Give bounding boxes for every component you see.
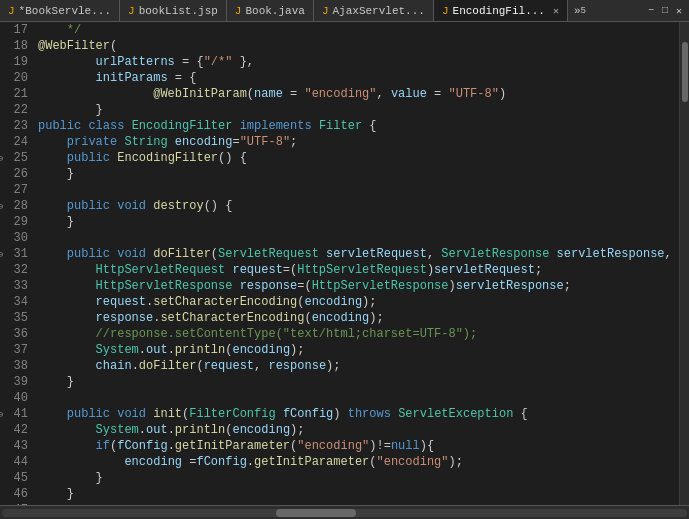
scrollbar-h-track[interactable] bbox=[2, 509, 687, 517]
minimize-icon[interactable]: − bbox=[645, 5, 657, 16]
line-26: } bbox=[38, 167, 74, 181]
tab-bookjava[interactable]: J Book.java bbox=[227, 0, 314, 22]
line-num-37: 37 bbox=[0, 342, 34, 358]
line-num-20: 20 bbox=[0, 70, 34, 86]
line-num-42: 42 bbox=[0, 422, 34, 438]
tab-label-bookjava: Book.java bbox=[245, 5, 304, 17]
tab-label-booklist: bookList.jsp bbox=[139, 5, 218, 17]
tab-label-ajaxservlet: AjaxServlet... bbox=[333, 5, 425, 17]
editor-area: 17 18 19 20 21 22 23 24 25⊖ 26 27 28⊖ 29… bbox=[0, 22, 689, 505]
scrollbar-v-track[interactable] bbox=[681, 22, 689, 505]
line-num-17: 17 bbox=[0, 22, 34, 38]
line-28: public void destroy() { bbox=[38, 199, 232, 213]
line-22: } bbox=[38, 103, 103, 117]
line-num-40: 40 bbox=[0, 390, 34, 406]
tab-encodingfilter[interactable]: J EncodingFil... ✕ bbox=[434, 0, 568, 22]
line-31: public void doFilter(ServletRequest serv… bbox=[38, 247, 679, 261]
line-32: HttpServletRequest request=(HttpServletR… bbox=[38, 263, 542, 277]
scrollbar-v-thumb[interactable] bbox=[682, 42, 688, 102]
tab-label-encodingfilter: EncodingFil... bbox=[453, 5, 545, 17]
line-29: } bbox=[38, 215, 74, 229]
tab-icon-bookjava: J bbox=[235, 5, 242, 17]
line-24: private String encoding="UTF-8"; bbox=[38, 135, 297, 149]
line-num-44: 44 bbox=[0, 454, 34, 470]
line-18: @WebFilter( bbox=[38, 39, 117, 53]
line-19: urlPatterns = {"/*" }, bbox=[38, 55, 254, 69]
tab-overflow[interactable]: »5 bbox=[568, 0, 592, 21]
line-37: System.out.println(encoding); bbox=[38, 343, 304, 357]
line-25: public EncodingFilter() { bbox=[38, 151, 247, 165]
line-num-24: 24 bbox=[0, 134, 34, 150]
tab-icon-bookservlet: J bbox=[8, 5, 15, 17]
line-num-27: 27 bbox=[0, 182, 34, 198]
horizontal-scrollbar[interactable] bbox=[0, 505, 689, 519]
line-num-36: 36 bbox=[0, 326, 34, 342]
line-46: } bbox=[38, 487, 74, 501]
tab-icon-booklist: J bbox=[128, 5, 135, 17]
line-num-43: 43 bbox=[0, 438, 34, 454]
code-content[interactable]: */ @WebFilter( urlPatterns = {"/*" }, in… bbox=[38, 22, 679, 505]
line-num-35: 35 bbox=[0, 310, 34, 326]
line-num-23: 23 bbox=[0, 118, 34, 134]
close-window-icon[interactable]: ✕ bbox=[673, 5, 685, 17]
line-33: HttpServletResponse response=(HttpServle… bbox=[38, 279, 571, 293]
line-39: } bbox=[38, 375, 74, 389]
line-21: @WebInitParam(name = "encoding", value =… bbox=[38, 87, 506, 101]
line-35: response.setCharacterEncoding(encoding); bbox=[38, 311, 384, 325]
line-num-29: 29 bbox=[0, 214, 34, 230]
tab-icon-encodingfilter: J bbox=[442, 5, 449, 17]
line-43: if(fConfig.getInitParameter("encoding")!… bbox=[38, 439, 434, 453]
line-num-30: 30 bbox=[0, 230, 34, 246]
line-41: public void init(FilterConfig fConfig) t… bbox=[38, 407, 528, 421]
line-num-25: 25⊖ bbox=[0, 150, 34, 166]
restore-icon[interactable]: □ bbox=[659, 5, 671, 16]
line-num-34: 34 bbox=[0, 294, 34, 310]
code-pre: */ @WebFilter( urlPatterns = {"/*" }, in… bbox=[38, 22, 679, 505]
line-17: */ bbox=[38, 23, 81, 37]
line-20: initParams = { bbox=[38, 71, 196, 85]
line-42: System.out.println(encoding); bbox=[38, 423, 304, 437]
line-numbers: 17 18 19 20 21 22 23 24 25⊖ 26 27 28⊖ 29… bbox=[0, 22, 38, 505]
tab-bookservlet[interactable]: J *BookServle... bbox=[0, 0, 120, 22]
line-num-33: 33 bbox=[0, 278, 34, 294]
line-num-28: 28⊖ bbox=[0, 198, 34, 214]
line-num-26: 26 bbox=[0, 166, 34, 182]
line-num-47: 47 bbox=[0, 502, 34, 505]
tab-icon-ajaxservlet: J bbox=[322, 5, 329, 17]
tab-bar: J *BookServle... J bookList.jsp J Book.j… bbox=[0, 0, 689, 22]
line-num-32: 32 bbox=[0, 262, 34, 278]
line-44: encoding =fConfig.getInitParameter("enco… bbox=[38, 455, 463, 469]
tab-ajaxservlet[interactable]: J AjaxServlet... bbox=[314, 0, 434, 22]
line-45: } bbox=[38, 471, 103, 485]
line-num-18: 18 bbox=[0, 38, 34, 54]
line-num-31: 31⊖ bbox=[0, 246, 34, 262]
line-num-46: 46 bbox=[0, 486, 34, 502]
line-num-39: 39 bbox=[0, 374, 34, 390]
tab-label-bookservlet: *BookServle... bbox=[19, 5, 111, 17]
line-23: public class EncodingFilter implements F… bbox=[38, 119, 377, 133]
line-num-19: 19 bbox=[0, 54, 34, 70]
tab-booklist[interactable]: J bookList.jsp bbox=[120, 0, 227, 22]
line-num-21: 21 bbox=[0, 86, 34, 102]
line-34: request.setCharacterEncoding(encoding); bbox=[38, 295, 376, 309]
scrollbar-h-thumb[interactable] bbox=[276, 509, 356, 517]
line-num-22: 22 bbox=[0, 102, 34, 118]
line-36: //response.setContentType("text/html;cha… bbox=[38, 327, 477, 341]
line-num-41: 41⊖ bbox=[0, 406, 34, 422]
line-num-38: 38 bbox=[0, 358, 34, 374]
line-38: chain.doFilter(request, response); bbox=[38, 359, 340, 373]
vertical-scrollbar[interactable] bbox=[679, 22, 689, 505]
line-num-45: 45 bbox=[0, 470, 34, 486]
close-icon[interactable]: ✕ bbox=[553, 5, 559, 17]
